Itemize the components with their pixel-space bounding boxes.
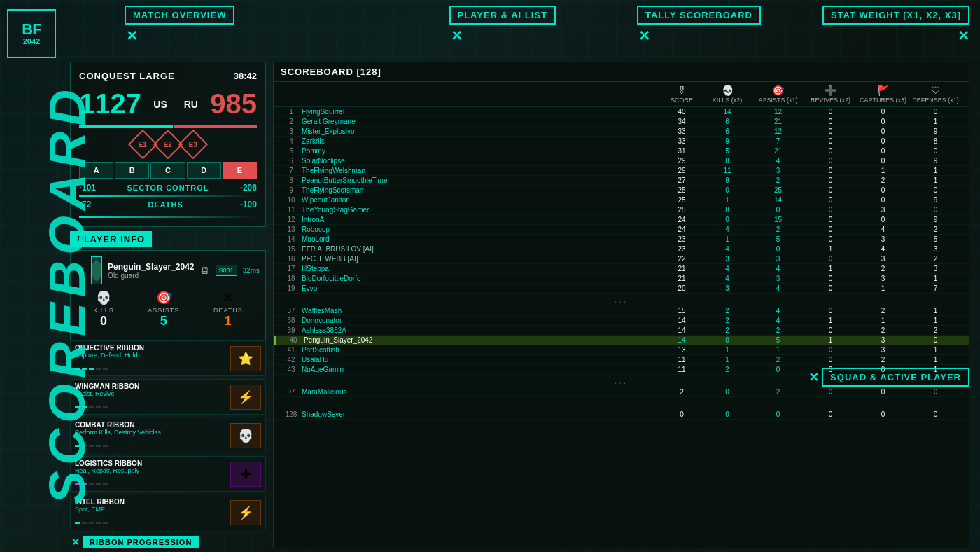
player-squad-badge: S001	[216, 265, 237, 276]
row-revives: 0	[804, 137, 857, 145]
row-kills: 1	[703, 346, 752, 354]
row-assists: 21	[752, 147, 804, 155]
row-score: 29	[661, 167, 703, 174]
match-overview-close[interactable]: ✕	[126, 27, 234, 44]
table-row[interactable]: 18 BigDorfoLittleDorfo 21 4 3 0 3 1	[274, 274, 969, 284]
tally-close[interactable]: ✕	[638, 27, 761, 44]
row-name: Geralt Greymane	[302, 118, 661, 125]
sector-d[interactable]: D	[187, 162, 221, 179]
table-row[interactable]: 128 ShadowSeven 0 0 0 0 0 0	[274, 410, 969, 420]
stat-weight-close[interactable]: ✕	[958, 27, 969, 44]
row-rank: 39	[281, 326, 302, 334]
row-score: 21	[661, 265, 703, 272]
player-rank: Old guard	[108, 272, 194, 280]
row-defenses: 3	[909, 245, 962, 253]
kills-label: KILLS	[93, 307, 114, 314]
row-assists: 2	[752, 177, 804, 184]
table-row[interactable]: 3 Mister_Explosivo 33 6 12 0 0 9	[274, 127, 969, 137]
row-revives: 1	[804, 245, 857, 253]
row-name: MaraMalicious	[302, 388, 661, 396]
squad-close[interactable]: ✕	[808, 370, 819, 385]
row-kills: 4	[703, 226, 752, 233]
stat-deaths: ✕ DEATHS 1	[214, 290, 243, 329]
ribbon-wing-icon: ⚡	[230, 385, 261, 410]
row-captures: 3	[857, 255, 909, 263]
row-assists: 21	[752, 118, 804, 125]
row-defenses: 9	[909, 157, 962, 165]
row-captures: 3	[857, 346, 909, 354]
table-row[interactable]: 17 IilSteppa 21 4 4 1 2 3	[274, 264, 969, 274]
row-name: BigDorfoLittleDorfo	[302, 275, 661, 282]
row-score: 22	[661, 255, 703, 263]
row-score: 15	[661, 307, 703, 315]
col-header-kills: 💀 KILLS (x2)	[703, 85, 752, 104]
row-kills: 6	[703, 118, 752, 125]
row-assists: 4	[752, 307, 804, 315]
table-row[interactable]: 40 Penguin_Slayer_2042 14 0 5 1 3 0	[274, 336, 969, 345]
row-rank: 1	[281, 108, 302, 116]
table-row[interactable]: 13 Robocop 24 4 2 0 4 2	[274, 225, 969, 235]
table-row[interactable]: 37 WafflesMash 15 2 4 0 2 1	[274, 306, 969, 316]
row-score: 40	[661, 108, 703, 116]
row-defenses: 1	[909, 346, 962, 354]
row-name: IilSteppa	[302, 265, 661, 272]
table-row[interactable]: 12 IntronA 24 0 15 0 0 9	[274, 215, 969, 225]
sector-c[interactable]: C	[150, 162, 185, 179]
row-rank: 40	[283, 336, 304, 344]
table-row[interactable]: 14 MooLord 23 1 5 0 3 5	[274, 235, 969, 244]
team-left: US	[153, 99, 167, 110]
row-revives: 0	[804, 147, 857, 155]
table-row[interactable]: 1 FlyingSquirrel 40 14 12 0 0 0	[274, 107, 969, 117]
bf-logo-year: 2042	[23, 37, 40, 46]
table-row[interactable]: 38 Donovonator 14 2 4 1 1 1	[274, 316, 969, 326]
row-captures: 3	[857, 275, 909, 282]
row-revives: 1	[804, 336, 857, 344]
row-defenses: 1	[909, 307, 962, 315]
row-captures: 4	[857, 226, 909, 233]
table-row[interactable]: 9 TheFlyingScotsman 25 0 25 0 0 0	[274, 186, 969, 195]
table-row[interactable]: 2 Geralt Greymane 34 6 21 0 0 1	[274, 117, 969, 127]
squad-active-label: SQUAD & ACTIVE PLAYER	[822, 368, 969, 387]
row-captures: 3	[857, 206, 909, 214]
table-row[interactable]: 97 MaraMalicious 2 0 2 0 0 0	[274, 387, 969, 397]
table-row[interactable]: 4 Zarkrils 33 9 7 0 0 8	[274, 137, 969, 146]
squad-active-container: ✕ SQUAD & ACTIVE PLAYER	[808, 368, 969, 387]
row-revives: 1	[804, 317, 857, 324]
sector-e[interactable]: E	[223, 162, 257, 179]
sector-control-label: SECTOR CONTROL	[127, 184, 209, 192]
table-row[interactable]: 5 Pommy 31 5 21 0 0 0	[274, 146, 969, 156]
table-row[interactable]: 15 EFR A. BRUSILOV [AI] 23 4 0 1 4 3	[274, 244, 969, 254]
table-row[interactable]: 41 PartScottish 13 1 1 0 3 1	[274, 345, 969, 355]
player-card: ✕ Penguin_Slayer_2042 Old guard 🖥 S001 3…	[70, 250, 266, 340]
row-score: 2	[661, 388, 703, 396]
row-rank: 12	[281, 216, 302, 223]
row-captures: 4	[857, 245, 909, 253]
row-rank: 4	[281, 137, 302, 145]
player-ai-close[interactable]: ✕	[451, 27, 556, 44]
row-revives: 0	[804, 275, 857, 282]
row-score: 33	[661, 127, 703, 135]
assists-label: ASSISTS	[148, 307, 179, 314]
row-revives: 0	[804, 127, 857, 135]
row-defenses: 0	[909, 336, 962, 344]
table-row[interactable]: 11 TheYoungStagGamer 25 8 0 0 3 0	[274, 205, 969, 215]
ribbon-close[interactable]: ✕	[71, 537, 80, 548]
row-kills: 14	[703, 108, 752, 116]
stat-weight-label: STAT WEIGHT [X1, X2, X3]	[822, 6, 969, 25]
table-row[interactable]: 7 TheFlyingWelshman 29 11 3 0 1 1	[274, 166, 969, 176]
table-row[interactable]: 10 WipeoutJanitor 25 1 14 0 0 9	[274, 195, 969, 205]
row-kills: 6	[703, 127, 752, 135]
row-captures: 0	[857, 118, 909, 125]
sector-b[interactable]: B	[115, 162, 149, 179]
row-defenses: 0	[909, 186, 962, 194]
table-row[interactable]: 39 Ashlass3862A 14 2 2 0 2 2	[274, 326, 969, 336]
table-row[interactable]: 42 UsalaHu 11 1 2 0 2 1	[274, 355, 969, 365]
row-name: Pommy	[302, 147, 661, 155]
table-row[interactable]: 19 Evvo 20 3 4 0 1 7	[274, 284, 969, 294]
table-row[interactable]: 16 PFC J. WEBB [AI] 22 3 3 0 3 2	[274, 254, 969, 264]
table-row[interactable]: 8 PeanutButterSmoothieTime 27 9 2 0 2 1	[274, 176, 969, 186]
scoreboard-title: SCOREBOARD [128]	[281, 67, 382, 77]
row-score: 31	[661, 147, 703, 155]
row-kills: 3	[703, 284, 752, 292]
table-row[interactable]: 6 SolarNoclipse 29 8 4 0 0 9	[274, 156, 969, 166]
